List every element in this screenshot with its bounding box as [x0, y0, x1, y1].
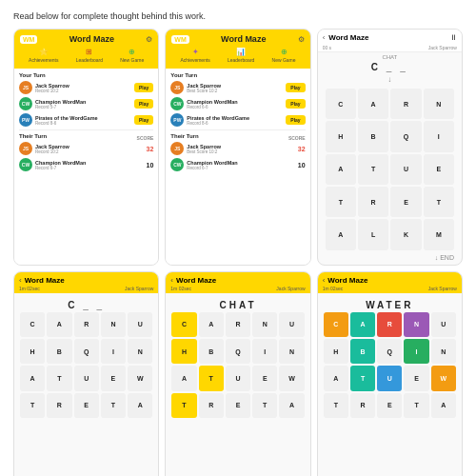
cell-b1-0-4[interactable]: U: [128, 312, 152, 337]
cell-b1-1-3[interactable]: I: [101, 339, 126, 364]
cell-b2-3-0[interactable]: T: [171, 393, 196, 418]
bottom-header-1: ‹ Word Maze 1m 02sec Jack Sparrow: [14, 272, 158, 293]
cell-3-4-0[interactable]: A: [326, 219, 356, 249]
cell-3-2-0[interactable]: A: [326, 154, 356, 185]
cell-3-1-3[interactable]: I: [424, 121, 454, 151]
play-btn-1c[interactable]: Play: [134, 115, 153, 125]
cell-b2-3-1[interactable]: R: [199, 393, 224, 418]
cell-b3-0-3[interactable]: N: [404, 312, 428, 337]
cell-3-2-1[interactable]: T: [358, 154, 388, 185]
cell-b1-2-2[interactable]: U: [74, 366, 99, 390]
cell-3-0-0[interactable]: C: [326, 89, 356, 119]
cell-b1-0-0[interactable]: C: [20, 312, 45, 337]
cell-b3-3-3[interactable]: T: [404, 393, 428, 418]
back-arrow-b2[interactable]: ‹: [170, 276, 173, 285]
cell-b1-1-2[interactable]: Q: [74, 339, 99, 364]
cell-b3-0-2[interactable]: R: [377, 312, 402, 337]
cell-b3-0-0[interactable]: C: [324, 312, 348, 337]
cell-b2-0-0[interactable]: C: [171, 312, 196, 337]
cell-3-0-1[interactable]: A: [358, 89, 388, 119]
nav-label-ach-2: Achievements: [180, 57, 209, 63]
cell-b3-3-2[interactable]: E: [377, 393, 402, 418]
cell-b1-0-2[interactable]: R: [74, 312, 99, 337]
cell-b3-1-0[interactable]: H: [324, 339, 348, 364]
cell-b3-2-0[interactable]: A: [324, 366, 348, 390]
cell-b1-3-3[interactable]: T: [101, 393, 126, 418]
play-btn-2b[interactable]: Play: [286, 99, 305, 109]
cell-b3-2-1[interactable]: T: [350, 366, 375, 390]
back-arrow-b3[interactable]: ‹: [323, 276, 326, 285]
cell-b3-1-3[interactable]: I: [404, 339, 428, 364]
cell-b2-2-2[interactable]: U: [226, 366, 250, 390]
cell-b1-2-3[interactable]: E: [101, 366, 126, 390]
cell-b2-0-1[interactable]: A: [199, 312, 224, 337]
cell-b3-2-2[interactable]: U: [377, 366, 402, 390]
cell-b3-3-0[interactable]: T: [324, 393, 348, 418]
play-btn-1a[interactable]: Play: [134, 83, 153, 92]
cell-3-0-2[interactable]: R: [390, 89, 421, 119]
play-btn-1b[interactable]: Play: [134, 99, 153, 109]
back-arrow-icon[interactable]: ‹: [323, 33, 326, 42]
cell-b3-2-3[interactable]: E: [404, 366, 428, 390]
gear-icon-1: ⚙: [146, 35, 152, 44]
cell-b3-3-4[interactable]: A: [431, 393, 456, 418]
cell-b3-3-1[interactable]: R: [350, 393, 375, 418]
cell-b2-1-4[interactable]: N: [279, 339, 304, 364]
cell-3-3-3[interactable]: T: [424, 187, 454, 217]
nav-newgame-1[interactable]: ⊕ New Game: [120, 48, 144, 63]
cell-3-3-2[interactable]: E: [390, 187, 421, 217]
cell-3-2-2[interactable]: U: [390, 154, 421, 185]
cell-b2-0-3[interactable]: N: [252, 312, 277, 337]
cell-b2-3-4[interactable]: A: [279, 393, 304, 418]
cell-b1-1-0[interactable]: H: [20, 339, 45, 364]
pause-icon[interactable]: ⏸: [449, 33, 457, 42]
cell-b1-3-2[interactable]: E: [74, 393, 99, 418]
cell-3-4-2[interactable]: K: [390, 219, 421, 249]
cell-3-3-1[interactable]: R: [358, 187, 388, 217]
cell-b1-3-0[interactable]: T: [20, 393, 45, 418]
back-arrow-b1[interactable]: ‹: [19, 276, 22, 285]
cell-b2-2-3[interactable]: E: [252, 366, 277, 390]
cell-b1-1-4[interactable]: N: [128, 339, 152, 364]
cell-b2-3-2[interactable]: E: [226, 393, 250, 418]
cell-b2-2-1[interactable]: T: [199, 366, 224, 390]
nav-leaderboard-1[interactable]: ⊞ Leaderboard: [76, 48, 103, 63]
cell-b3-1-2[interactable]: Q: [377, 339, 402, 364]
nav-leaderboard-2[interactable]: 📊 Leaderboard: [228, 48, 254, 63]
cell-b1-3-1[interactable]: R: [47, 393, 71, 418]
nav-newgame-2[interactable]: ⊕ New Game: [272, 48, 296, 63]
cell-3-2-3[interactable]: E: [424, 154, 454, 185]
cell-b1-1-1[interactable]: B: [47, 339, 71, 364]
cell-b1-2-4[interactable]: W: [128, 366, 152, 390]
cell-3-4-1[interactable]: L: [358, 219, 388, 249]
cell-3-4-3[interactable]: M: [424, 219, 454, 249]
cell-b2-1-0[interactable]: H: [171, 339, 196, 364]
cell-b2-0-4[interactable]: U: [279, 312, 304, 337]
cell-b1-3-4[interactable]: A: [128, 393, 152, 418]
nav-achievements-1[interactable]: ⭐ Achievements: [29, 48, 58, 63]
cell-b3-2-4[interactable]: W: [431, 366, 456, 390]
cell-3-1-2[interactable]: Q: [390, 121, 421, 151]
cell-3-1-0[interactable]: H: [326, 121, 356, 151]
cell-b2-1-2[interactable]: Q: [226, 339, 250, 364]
play-btn-2a[interactable]: Play: [286, 83, 305, 92]
cell-b3-0-4[interactable]: U: [431, 312, 456, 337]
cell-b2-2-4[interactable]: W: [279, 366, 304, 390]
cell-3-0-3[interactable]: N: [424, 89, 454, 119]
cell-b2-1-3[interactable]: I: [252, 339, 277, 364]
cell-3-1-1[interactable]: B: [358, 121, 388, 151]
cell-b1-0-1[interactable]: A: [47, 312, 71, 337]
cell-b2-1-1[interactable]: B: [199, 339, 224, 364]
cell-b2-0-2[interactable]: R: [226, 312, 250, 337]
cell-b3-1-4[interactable]: N: [431, 339, 456, 364]
cell-b1-2-1[interactable]: T: [47, 366, 71, 390]
nav-achievements-2[interactable]: ✦ Achievements: [180, 48, 209, 63]
cell-b1-2-0[interactable]: A: [20, 366, 45, 390]
cell-3-3-0[interactable]: T: [326, 187, 356, 217]
play-btn-2c[interactable]: Play: [286, 115, 305, 125]
cell-b2-2-0[interactable]: A: [171, 366, 196, 390]
cell-b1-0-3[interactable]: N: [101, 312, 126, 337]
cell-b3-1-1[interactable]: B: [350, 339, 375, 364]
cell-b2-3-3[interactable]: T: [252, 393, 277, 418]
cell-b3-0-1[interactable]: A: [350, 312, 375, 337]
